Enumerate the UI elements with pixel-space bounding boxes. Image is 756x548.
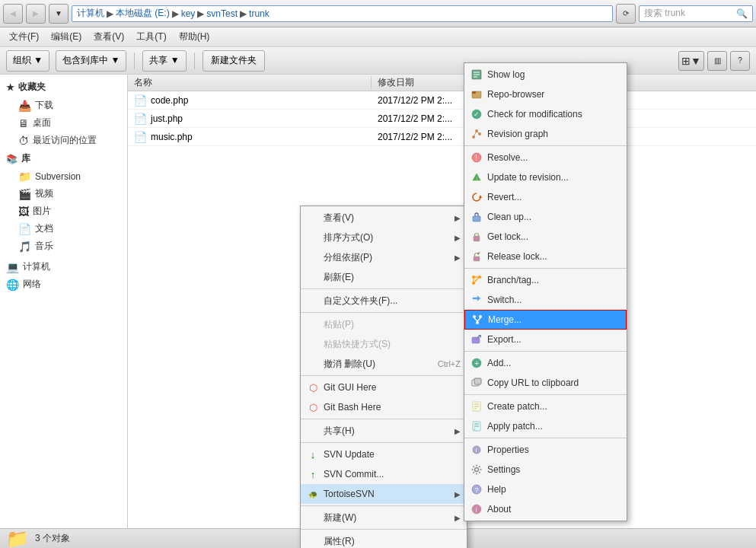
svn-branch-tag[interactable]: Branch/tag... xyxy=(464,270,627,290)
svn-about[interactable]: i About xyxy=(464,499,627,519)
path-svntest[interactable]: svnTest xyxy=(206,8,238,19)
php-file-icon: 📄 xyxy=(134,131,147,143)
ctx-paste-shortcut[interactable]: 粘贴快捷方式(S) xyxy=(301,334,467,354)
svn-merge[interactable]: Merge... xyxy=(464,310,627,330)
ctx-svn-commit[interactable]: ↑ SVN Commit... xyxy=(301,464,467,484)
svn-copy-url-icon xyxy=(471,377,483,389)
svg-rect-38 xyxy=(474,378,481,384)
folder-large-icon: 📁 xyxy=(6,528,29,549)
svn-properties[interactable]: i Properties xyxy=(464,440,627,460)
table-row[interactable]: 📄 just.php 2017/12/2 PM 2:... PHP 文件 xyxy=(128,110,756,128)
svg-point-54 xyxy=(473,466,474,467)
svn-commit-icon: ↑ xyxy=(307,469,319,480)
menu-edit[interactable]: 编辑(E) xyxy=(45,29,88,45)
sidebar-item-subversion[interactable]: 📁 Subversion xyxy=(0,168,127,185)
ctx-git-bash[interactable]: ⬡ Git Bash Here xyxy=(301,397,467,417)
sidebar-item-network[interactable]: 🌐 网络 xyxy=(0,276,127,293)
svn-repo-browser[interactable]: Repo-browser xyxy=(464,84,627,104)
sidebar-item-recent[interactable]: ⏱ 最近访问的位置 xyxy=(0,132,127,149)
svn-help[interactable]: ? Help xyxy=(464,480,627,499)
svg-rect-19 xyxy=(474,236,480,241)
ctx-sort[interactable]: 排序方式(O) ▶ xyxy=(301,228,467,247)
svg-rect-20 xyxy=(474,256,480,261)
file-list-header: 名称 修改日期 类型 xyxy=(128,75,756,91)
sidebar-item-pictures[interactable]: 🖼 图片 xyxy=(0,202,127,220)
pane-button[interactable]: ▥ xyxy=(707,51,727,71)
svn-revert[interactable]: Revert... xyxy=(464,187,627,207)
svn-add[interactable]: + Add... xyxy=(464,353,627,373)
svg-point-56 xyxy=(479,466,480,467)
svg-line-31 xyxy=(474,318,477,321)
ctx-tortoise[interactable]: 🐢 TortoiseSVN ▶ xyxy=(301,484,467,504)
svn-cleanup[interactable]: Clean up... xyxy=(464,207,627,227)
svn-show-log[interactable]: Show log xyxy=(464,65,627,84)
path-disk[interactable]: 本地磁盘 (E:) xyxy=(116,7,170,20)
ctx-sep3 xyxy=(301,375,467,376)
new-folder-button[interactable]: 新建文件夹 xyxy=(203,50,265,72)
path-computer[interactable]: 计算机 xyxy=(77,7,104,20)
menu-tools[interactable]: 工具(T) xyxy=(130,29,172,45)
svn-copy-url[interactable]: Copy URL to clipboard xyxy=(464,373,627,393)
ctx-properties[interactable]: 属性(R) xyxy=(301,531,467,548)
svn-switch[interactable]: Switch... xyxy=(464,290,627,310)
svn-release-lock[interactable]: Release lock... xyxy=(464,247,627,266)
svn-check-mods[interactable]: ✓ Check for modifications xyxy=(464,104,627,124)
sidebar-item-video[interactable]: 🎬 视频 xyxy=(0,185,127,202)
ctx-share[interactable]: 共享(H) ▶ xyxy=(301,421,467,441)
table-row[interactable]: 📄 code.php 2017/12/2 PM 2:... PHP 文件 xyxy=(128,91,756,110)
sidebar-item-desktop[interactable]: 🖥 桌面 xyxy=(0,114,127,132)
svn-update-revision[interactable]: ↓ Update to revision... xyxy=(464,167,627,187)
ctx-view[interactable]: 查看(V) ▶ xyxy=(301,208,467,228)
ctx-refresh[interactable]: 刷新(E) xyxy=(301,267,467,287)
path-key[interactable]: key xyxy=(181,8,196,19)
svn-check-icon: ✓ xyxy=(471,108,483,120)
svg-rect-18 xyxy=(473,216,480,221)
context-menu: 查看(V) ▶ 排序方式(O) ▶ 分组依据(P) ▶ 刷新(E) 自定义文件夹… xyxy=(300,206,467,548)
svn-get-lock[interactable]: Get lock... xyxy=(464,227,627,247)
search-box[interactable]: 搜索 trunk 🔍 xyxy=(639,5,753,22)
sidebar-item-docs[interactable]: 📄 文档 xyxy=(0,220,127,237)
ctx-group[interactable]: 分组依据(P) ▶ xyxy=(301,247,467,267)
computer-icon: 💻 xyxy=(6,261,19,273)
ctx-undo-delete[interactable]: 撤消 删除(U) Ctrl+Z xyxy=(301,354,467,374)
path-trunk[interactable]: trunk xyxy=(249,8,270,19)
back-button[interactable]: ◀ xyxy=(3,4,23,24)
svn-settings[interactable]: Settings xyxy=(464,460,627,480)
svg-point-22 xyxy=(472,276,475,279)
svn-properties-icon: i xyxy=(471,444,483,456)
menu-view[interactable]: 查看(V) xyxy=(88,29,130,45)
include-button[interactable]: 包含到库中 ▼ xyxy=(56,50,126,72)
ctx-customize[interactable]: 自定义文件夹(F)... xyxy=(301,291,467,311)
forward-button[interactable]: ▶ xyxy=(26,4,46,24)
svn-export[interactable]: Export... xyxy=(464,330,627,349)
organize-button[interactable]: 组织 ▼ xyxy=(6,50,49,72)
share-button[interactable]: 共享 ▼ xyxy=(142,50,186,72)
sidebar-item-music[interactable]: 🎵 音乐 xyxy=(0,237,127,255)
svn-revision-graph[interactable]: Revision graph xyxy=(464,124,627,144)
table-row[interactable]: 📄 music.php 2017/12/2 PM 2:... PHP 文件 xyxy=(128,128,756,146)
svg-point-52 xyxy=(472,469,474,470)
sidebar-item-computer[interactable]: 💻 计算机 xyxy=(0,258,127,276)
ctx-git-gui[interactable]: ⬡ Git GUI Here xyxy=(301,378,467,397)
svn-resolve[interactable]: ! Resolve... xyxy=(464,148,627,167)
ctx-sep2 xyxy=(301,312,467,313)
ctx-svn-update[interactable]: ↓ SVN Update xyxy=(301,444,467,464)
view-button[interactable]: ⊞▼ xyxy=(678,51,704,71)
address-path[interactable]: 计算机 ▶ 本地磁盘 (E:) ▶ key ▶ svnTest ▶ trunk xyxy=(72,5,613,22)
menu-file[interactable]: 文件(F) xyxy=(3,29,45,45)
network-icon: 🌐 xyxy=(6,279,19,291)
sidebar-item-download[interactable]: 📥 下载 xyxy=(0,97,127,114)
svn-apply-patch[interactable]: ↓ Apply patch... xyxy=(464,416,627,436)
refresh-button[interactable]: ⟳ xyxy=(616,4,636,24)
ctx-paste[interactable]: 粘贴(P) xyxy=(301,314,467,334)
dropdown-button[interactable]: ▼ xyxy=(49,4,69,24)
menu-help[interactable]: 帮助(H) xyxy=(173,29,216,45)
help-button[interactable]: ? xyxy=(730,51,750,71)
svn-create-patch[interactable]: Create patch... xyxy=(464,397,627,416)
col-name[interactable]: 名称 xyxy=(128,76,372,89)
svn-merge-icon xyxy=(471,314,483,326)
sidebar-favorites-group: ★ 收藏夹 xyxy=(0,78,127,97)
svg-line-12 xyxy=(477,131,480,134)
ctx-new[interactable]: 新建(W) ▶ xyxy=(301,508,467,527)
svg-point-24 xyxy=(472,282,475,285)
